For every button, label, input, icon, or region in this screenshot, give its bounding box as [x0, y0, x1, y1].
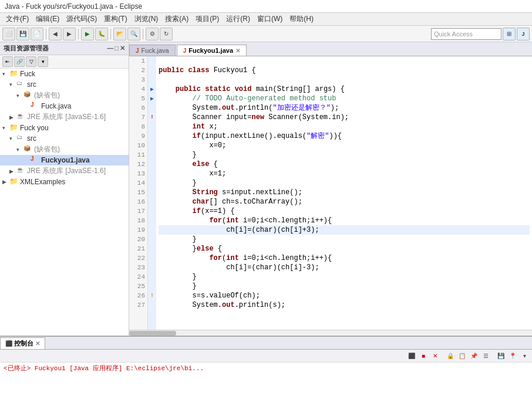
code-line-25[interactable]: }: [159, 282, 530, 291]
tree-item-fuck-java[interactable]: J Fuck.java: [0, 101, 129, 111]
tree-item-fuck-jre[interactable]: ▶ ☕ JRE 系统库 [JavaSE-1.6]: [0, 111, 129, 123]
console-clear-btn[interactable]: ⬛: [406, 351, 417, 361]
code-line-11[interactable]: }: [159, 150, 530, 160]
toolbar-perspective-btn[interactable]: ⊞: [503, 28, 516, 40]
horizontal-scrollbar[interactable]: [129, 330, 532, 336]
code-content[interactable]: public class Fuckyou1 { public static vo…: [156, 56, 532, 330]
tab-fuckyou1-java[interactable]: J Fuckyou1.java ✕: [177, 45, 247, 56]
code-line-3[interactable]: [159, 75, 530, 84]
code-line-18[interactable]: for(int i=0;i<ch.length;i++){: [159, 216, 530, 225]
expand-arrow-fuckyou-jre[interactable]: ▶: [9, 168, 16, 174]
code-line-20[interactable]: }: [159, 235, 530, 244]
console-tab-close[interactable]: ✕: [35, 340, 40, 347]
tree-filter-btn[interactable]: ▽: [26, 56, 36, 67]
code-line-21[interactable]: }else {: [159, 244, 530, 253]
tree-item-fuckyou-jre[interactable]: ▶ ☕ JRE 系统库 [JavaSE-1.6]: [0, 165, 129, 177]
menu-navigate[interactable]: 浏览(N): [131, 13, 162, 25]
tree-item-fuckyou-src[interactable]: ▾ 🗂 src: [0, 133, 129, 144]
expand-arrow-fuck-pkg[interactable]: ▾: [16, 93, 23, 99]
code-line-22[interactable]: for(int i=0;i<ch.length;i++){: [159, 253, 530, 263]
toolbar-debug-btn[interactable]: 🐛: [95, 28, 108, 40]
menu-refactor[interactable]: 重构(T): [100, 13, 130, 25]
menu-search[interactable]: 搜索(A): [161, 13, 192, 25]
marker-13: [148, 169, 156, 178]
expand-arrow-fuckyou-pkg[interactable]: ▾: [16, 147, 23, 153]
java-file-icon-2: J: [31, 155, 40, 165]
code-line-6[interactable]: System.out.println("加密还是解密？");: [159, 103, 530, 113]
code-line-14[interactable]: }: [159, 178, 530, 188]
code-line-4[interactable]: public static void main(String[] args) {: [159, 84, 530, 94]
tree-item-fuckyou1-java[interactable]: J Fuckyou1.java: [0, 155, 129, 165]
code-line-26[interactable]: s=s.valueOf(ch);: [159, 291, 530, 300]
tree-item-fuck-default-package[interactable]: ▾ 📦 (缺省包): [0, 90, 129, 101]
toolbar-new-btn[interactable]: ⬜: [2, 28, 15, 40]
quick-access-box[interactable]: Quick Access: [431, 28, 501, 40]
toolbar-misc1-btn[interactable]: ⚙: [146, 28, 159, 40]
code-line-5[interactable]: // TODO Auto-generated method stub: [159, 94, 530, 103]
code-line-17[interactable]: if(x==1) {: [159, 207, 530, 216]
console-select-all-btn[interactable]: ☰: [480, 351, 491, 361]
toolbar-back-btn[interactable]: ◀: [49, 28, 62, 40]
close-icon[interactable]: ✕: [120, 45, 125, 52]
expand-arrow-fuckyou-src[interactable]: ▾: [9, 136, 16, 141]
tab-fuck-java[interactable]: J Fuck.java: [129, 45, 176, 56]
code-line-23[interactable]: ch[i]=(char)(ch[i]-3);: [159, 263, 530, 272]
toolbar-run-btn[interactable]: ▶: [81, 28, 94, 40]
code-line-7[interactable]: Scanner input=new Scanner(System.in);: [159, 113, 530, 122]
code-line-24[interactable]: }: [159, 272, 530, 282]
menu-source[interactable]: 源代码(S): [63, 13, 100, 25]
expand-arrow-fuck-jre[interactable]: ▶: [9, 114, 16, 120]
expand-arrow-xml[interactable]: ▶: [2, 179, 9, 185]
maximize-icon[interactable]: □: [115, 45, 119, 52]
minimize-icon[interactable]: —: [107, 45, 113, 52]
console-save-btn[interactable]: 💾: [496, 351, 506, 361]
tree-collapse-btn[interactable]: ⇤: [2, 56, 13, 67]
code-line-9[interactable]: if(input.nextLine().equals("解密")){: [159, 131, 530, 141]
tree-item-xmlexamples[interactable]: ▶ 📁 XMLExamples: [0, 177, 129, 187]
code-line-19[interactable]: ch[i]=(char)(ch[i]+3);: [159, 225, 530, 235]
code-line-12[interactable]: else {: [159, 160, 530, 169]
expand-arrow-fuckyou[interactable]: ▾: [2, 125, 9, 131]
console-tab-main[interactable]: ⬛ 控制台 ✕: [0, 337, 45, 349]
toolbar-saveas-btn[interactable]: 📄: [31, 28, 43, 40]
menu-project[interactable]: 项目(P): [192, 13, 223, 25]
menu-help[interactable]: 帮助(H): [286, 13, 317, 25]
code-line-15[interactable]: String s=input.nextLine();: [159, 188, 530, 197]
editor-content[interactable]: 1234567891011121314151617181920212223242…: [129, 56, 532, 330]
menu-window[interactable]: 窗口(W): [254, 13, 286, 25]
code-line-2[interactable]: public class Fuckyou1 {: [159, 66, 530, 75]
tree-menu-btn[interactable]: ▾: [38, 56, 48, 67]
console-stop-btn[interactable]: ■: [418, 351, 429, 361]
toolbar-misc2-btn[interactable]: ↻: [160, 28, 173, 40]
tree-item-fuck-project[interactable]: ▾ 📁 Fuck: [0, 69, 129, 79]
console-menu-btn[interactable]: ▾: [519, 351, 530, 361]
toolbar-search-btn[interactable]: 🔍: [127, 28, 140, 40]
console-terminate-btn[interactable]: ✕: [430, 351, 440, 361]
menu-file[interactable]: 文件(F): [2, 13, 32, 25]
menu-run[interactable]: 运行(R): [223, 13, 254, 25]
code-line-27[interactable]: System.out.println(s);: [159, 300, 530, 310]
code-line-8[interactable]: int x;: [159, 122, 530, 131]
toolbar-java-btn[interactable]: J: [517, 28, 530, 40]
console-pin-btn[interactable]: 📍: [507, 351, 518, 361]
menu-edit[interactable]: 编辑(E): [32, 13, 63, 25]
code-line-13[interactable]: x=1;: [159, 169, 530, 178]
console-scroll-lock-btn[interactable]: 🔒: [445, 351, 456, 361]
expand-arrow-fuck[interactable]: ▾: [2, 71, 9, 77]
tree-item-fuckyou-default-package[interactable]: ▾ 📦 (缺省包): [0, 144, 129, 155]
toolbar-open-btn[interactable]: 📂: [113, 28, 126, 40]
tree-item-fuckyou-project[interactable]: ▾ 📁 Fuck you: [0, 123, 129, 133]
code-line-10[interactable]: x=0;: [159, 141, 530, 150]
line-number-22: 22: [129, 253, 145, 263]
tree-link-btn[interactable]: 🔗: [14, 56, 25, 67]
code-line-1[interactable]: [159, 56, 530, 66]
scrollbar-thumb[interactable]: [129, 331, 176, 336]
toolbar-forward-btn[interactable]: ▶: [63, 28, 76, 40]
code-line-16[interactable]: char[] ch=s.toCharArray();: [159, 197, 530, 207]
console-copy-btn[interactable]: 📋: [457, 351, 467, 361]
toolbar-save-btn[interactable]: 💾: [16, 28, 29, 40]
console-paste-btn[interactable]: 📌: [469, 351, 479, 361]
expand-arrow-fuck-src[interactable]: ▾: [9, 82, 16, 87]
tree-item-fuck-src[interactable]: ▾ 🗂 src: [0, 79, 129, 90]
tab-close-fuckyou1[interactable]: ✕: [235, 48, 240, 54]
